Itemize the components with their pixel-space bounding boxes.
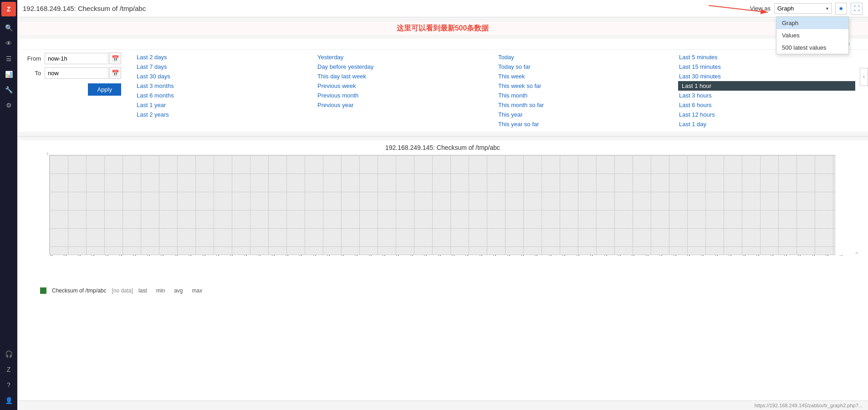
apply-button[interactable]: Apply [88, 83, 121, 96]
link-yesterday[interactable]: Yesterday [317, 52, 494, 62]
quick-col-1: Last 2 days Last 7 days Last 30 days Las… [134, 52, 315, 129]
link-last-6-months[interactable]: Last 6 months [136, 91, 313, 100]
link-last-2-days[interactable]: Last 2 days [136, 52, 313, 62]
link-last-6-hours[interactable]: Last 6 hours [678, 100, 855, 110]
view-as-select[interactable]: Graph Values 500 latest values [774, 3, 832, 14]
x-tick-8: 21:10 [160, 255, 164, 256]
x-tick-32: 21:34 [492, 255, 497, 256]
link-last-1-year[interactable]: Last 1 year [136, 100, 313, 110]
x-tick-6: 21:08 [132, 255, 137, 256]
to-calendar-btn[interactable]: 📅 [109, 67, 121, 79]
sidebar-item-reports[interactable]: 📊 [1, 67, 16, 82]
link-this-month[interactable]: This month [497, 91, 674, 100]
link-last-30-days[interactable]: Last 30 days [136, 72, 313, 81]
sidebar-item-config[interactable]: 🔧 [1, 82, 16, 97]
link-last-15-min[interactable]: Last 15 minutes [678, 62, 855, 72]
x-axis: 05-20 21:0121:0321:0421:0521:0621:0721:0… [49, 255, 853, 285]
x-tick-48: 21:50 [714, 255, 719, 256]
link-this-week[interactable]: This week [497, 72, 674, 81]
x-tick-36: 21:38 [548, 255, 552, 256]
from-calendar-btn[interactable]: 📅 [109, 52, 121, 64]
dropdown-item-500[interactable]: 500 latest values [776, 41, 848, 54]
x-tick-4: 21:06 [105, 255, 109, 256]
star-button[interactable]: ★ [835, 3, 847, 15]
link-today[interactable]: Today [497, 52, 674, 62]
sidebar-item-user[interactable]: 👤 [1, 393, 16, 408]
graph-area[interactable] [49, 155, 835, 255]
fullscreen-button[interactable]: ⛶ [851, 3, 863, 15]
x-tick-47: 21:49 [700, 255, 705, 256]
sidebar-item-inventory[interactable]: ☰ [1, 51, 16, 66]
x-tick-50: 21:52 [742, 255, 746, 256]
link-this-day-last-week[interactable]: This day last week [317, 72, 494, 81]
link-last-30-min[interactable]: Last 30 minutes [678, 72, 855, 81]
x-tick-22: 21:24 [354, 255, 358, 256]
quick-col-2: Yesterday Day before yesterday This day … [315, 52, 495, 129]
top-panel: 这里可以看到最新500条数据 1 hour 🕐 From 📅 To [17, 17, 868, 137]
graph-grid [50, 155, 835, 255]
x-tick-54: 21:56 [797, 255, 802, 256]
link-previous-year[interactable]: Previous year [317, 100, 494, 110]
x-tick-19: 21:21 [312, 255, 317, 256]
x-tick-28: 21:30 [437, 255, 442, 256]
link-today-so-far[interactable]: Today so far [497, 62, 674, 72]
x-tick-38: 21:40 [576, 255, 580, 256]
link-last-3-months[interactable]: Last 3 months [136, 81, 313, 91]
link-this-week-so-far[interactable]: This week so far [497, 81, 674, 91]
link-this-month-so-far[interactable]: This month so far [497, 100, 674, 110]
sidebar-item-monitoring[interactable]: 👁 [1, 36, 16, 51]
link-this-year[interactable]: This year [497, 110, 674, 119]
x-tick-7: 21:09 [146, 255, 151, 256]
link-previous-month[interactable]: Previous month [317, 91, 494, 100]
link-last-3-hours[interactable]: Last 3 hours [678, 91, 855, 100]
x-tick-39: 21:41 [589, 255, 594, 256]
x-tick-35: 21:37 [534, 255, 538, 256]
quick-col-4: Last 5 minutes Last 15 minutes Last 30 m… [676, 52, 857, 129]
x-tick-40: 21:42 [603, 255, 608, 256]
sidebar-logo[interactable]: Z [1, 2, 16, 16]
link-this-year-so-far[interactable]: This year so far [497, 119, 674, 129]
dropdown-item-graph[interactable]: Graph [776, 17, 848, 29]
x-tick-2: 21:04 [77, 255, 82, 256]
x-tick-44: 21:46 [659, 255, 663, 256]
x-tick-24: 21:26 [382, 255, 386, 256]
link-last-1-day[interactable]: Last 1 day [678, 119, 855, 129]
x-tick-42: 21:44 [631, 255, 635, 256]
x-tick-25: 21:27 [395, 255, 400, 256]
x-tick-29: 21:31 [451, 255, 455, 256]
to-input[interactable] [45, 67, 108, 79]
x-tick-41: 21:43 [617, 255, 622, 256]
quick-col-3: Today Today so far This week This week s… [495, 52, 676, 129]
x-tick-31: 21:33 [479, 255, 483, 256]
sidebar-item-help[interactable]: ? [1, 378, 16, 392]
x-tick-43: 21:45 [645, 255, 649, 256]
legend: Checksum of /tmp/abc [no data] last min … [17, 285, 868, 297]
sidebar-item-support[interactable]: 🎧 [1, 347, 16, 361]
legend-nodata: [no data] [112, 287, 133, 294]
hour-selector-row: 1 hour 🕐 [17, 39, 868, 50]
link-day-before-yesterday[interactable]: Day before yesterday [317, 62, 494, 72]
sidebar-item-zabbix[interactable]: Z [1, 362, 16, 377]
from-label: From [25, 55, 41, 62]
main-area: 192.168.249.145: Checksum of /tmp/abc Vi… [17, 0, 868, 410]
view-as-wrapper[interactable]: Graph Values 500 latest values [774, 3, 832, 14]
x-tick-14: 21:16 [243, 255, 248, 256]
link-last-7-days[interactable]: Last 7 days [136, 62, 313, 72]
graph-title: 192.168.249.145: Checksum of /tmp/abc [17, 144, 868, 151]
dropdown-item-values[interactable]: Values [776, 29, 848, 41]
link-last-12-hours[interactable]: Last 12 hours [678, 110, 855, 119]
sidebar-item-admin[interactable]: ⚙ [1, 98, 16, 113]
from-input[interactable] [45, 53, 108, 64]
footer-url: https://192.168.249.145/zabbix/tr_graph2… [755, 403, 863, 408]
legend-stats: last min avg max [138, 287, 202, 294]
header: 192.168.249.145: Checksum of /tmp/abc Vi… [17, 0, 868, 17]
sidebar-item-search[interactable]: 🔍 [1, 20, 16, 35]
x-tick-20: 21:22 [326, 255, 331, 256]
link-last-1-hour[interactable]: Last 1 hour [678, 81, 855, 91]
link-last-2-years[interactable]: Last 2 years [136, 110, 313, 119]
link-previous-week[interactable]: Previous week [317, 81, 494, 91]
collapse-button[interactable]: ‹ [860, 68, 868, 86]
sidebar: Z 🔍 👁 ☰ 📊 🔧 ⚙ 🎧 Z ? 👤 [0, 0, 17, 410]
x-tick-23: 21:25 [368, 255, 373, 256]
x-tick-12: 21:14 [215, 255, 220, 256]
